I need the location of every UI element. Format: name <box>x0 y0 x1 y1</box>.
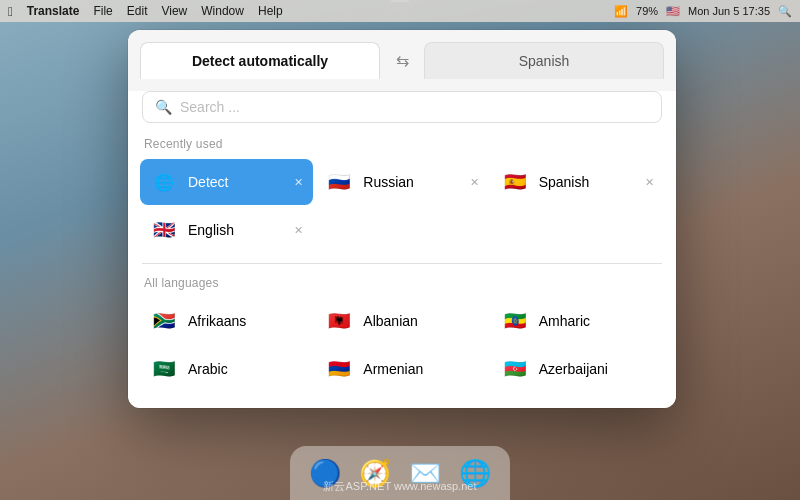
tab-spanish-label: Spanish <box>519 53 570 69</box>
watermark: 新云ASP.NET www.newasp.net <box>0 479 800 494</box>
language-picker-popup: Detect automatically ⇆ Spanish 🔍 Recentl… <box>128 30 676 408</box>
lang-item-afrikaans[interactable]: 🇿🇦 Afrikaans <box>140 298 313 344</box>
lang-detect-close-icon[interactable]: ✕ <box>294 177 303 188</box>
menubar-right: 📶 79% 🇺🇸 Mon Jun 5 17:35 🔍 <box>614 5 792 18</box>
search-icon: 🔍 <box>155 99 172 115</box>
tab-detect[interactable]: Detect automatically <box>140 42 380 79</box>
flag-albania-icon: 🇦🇱 <box>325 307 353 335</box>
lang-english-close-icon[interactable]: ✕ <box>294 225 303 236</box>
lang-russian-name: Russian <box>363 174 459 190</box>
tab-detect-label: Detect automatically <box>192 53 328 69</box>
lang-item-azerbaijani[interactable]: 🇦🇿 Azerbaijani <box>491 346 664 392</box>
flag-detect-icon: 🌐 <box>150 168 178 196</box>
lang-item-english[interactable]: 🇬🇧 English ✕ <box>140 207 313 253</box>
lang-detect-name: Detect <box>188 174 284 190</box>
menubar-help[interactable]: Help <box>258 4 283 18</box>
menubar-window[interactable]: Window <box>201 4 244 18</box>
lang-item-albanian[interactable]: 🇦🇱 Albanian <box>315 298 488 344</box>
apple-logo-icon[interactable]:  <box>8 4 13 19</box>
tab-spanish[interactable]: Spanish <box>424 42 664 79</box>
menubar-edit[interactable]: Edit <box>127 4 148 18</box>
flag-uk-icon: 🇬🇧 <box>150 216 178 244</box>
lang-item-amharic[interactable]: 🇪🇹 Amharic <box>491 298 664 344</box>
flag-azerbaijan-icon: 🇦🇿 <box>501 355 529 383</box>
lang-item-armenian[interactable]: 🇦🇲 Armenian <box>315 346 488 392</box>
lang-russian-close-icon[interactable]: ✕ <box>470 177 479 188</box>
menubar:  Translate File Edit View Window Help 📶… <box>0 0 800 22</box>
lang-item-detect[interactable]: 🌐 Detect ✕ <box>140 159 313 205</box>
menubar-battery: 79% <box>636 5 658 17</box>
search-input[interactable] <box>180 99 649 115</box>
lang-spanish-name: Spanish <box>539 174 635 190</box>
menubar-time: Mon Jun 5 17:35 <box>688 5 770 17</box>
tab-bar: Detect automatically ⇆ Spanish <box>128 30 676 79</box>
divider <box>142 263 662 264</box>
lang-armenian-name: Armenian <box>363 361 478 377</box>
swap-icon: ⇆ <box>396 51 409 70</box>
lang-spanish-close-icon[interactable]: ✕ <box>645 177 654 188</box>
lang-azerbaijani-name: Azerbaijani <box>539 361 654 377</box>
search-bar: 🔍 <box>142 91 662 123</box>
flag-afrikaans-icon: 🇿🇦 <box>150 307 178 335</box>
recently-used-grid: 🌐 Detect ✕ 🇷🇺 Russian ✕ 🇪🇸 Spanish ✕ 🇬🇧 … <box>128 155 676 257</box>
lang-item-arabic[interactable]: 🇸🇦 Arabic <box>140 346 313 392</box>
menubar-search-icon[interactable]: 🔍 <box>778 5 792 18</box>
flag-spain-icon: 🇪🇸 <box>501 168 529 196</box>
all-languages-grid: 🇿🇦 Afrikaans 🇦🇱 Albanian 🇪🇹 Amharic 🇸🇦 A… <box>128 294 676 396</box>
all-languages-label: All languages <box>128 270 676 294</box>
menubar-view[interactable]: View <box>161 4 187 18</box>
flag-russia-icon: 🇷🇺 <box>325 168 353 196</box>
flag-arabic-icon: 🇸🇦 <box>150 355 178 383</box>
menubar-app-name: Translate <box>27 4 80 18</box>
lang-english-name: English <box>188 222 284 238</box>
recently-used-label: Recently used <box>128 131 676 155</box>
lang-arabic-name: Arabic <box>188 361 303 377</box>
lang-item-spanish[interactable]: 🇪🇸 Spanish ✕ <box>491 159 664 205</box>
lang-albanian-name: Albanian <box>363 313 478 329</box>
menubar-wifi-icon: 📶 <box>614 5 628 18</box>
menubar-flag-icon: 🇺🇸 <box>666 5 680 18</box>
lang-afrikaans-name: Afrikaans <box>188 313 303 329</box>
lang-amharic-name: Amharic <box>539 313 654 329</box>
lang-item-russian[interactable]: 🇷🇺 Russian ✕ <box>315 159 488 205</box>
menubar-left:  Translate File Edit View Window Help <box>8 4 283 19</box>
flag-amharic-icon: 🇪🇹 <box>501 307 529 335</box>
swap-languages-button[interactable]: ⇆ <box>384 51 420 70</box>
flag-armenia-icon: 🇦🇲 <box>325 355 353 383</box>
menubar-file[interactable]: File <box>93 4 112 18</box>
